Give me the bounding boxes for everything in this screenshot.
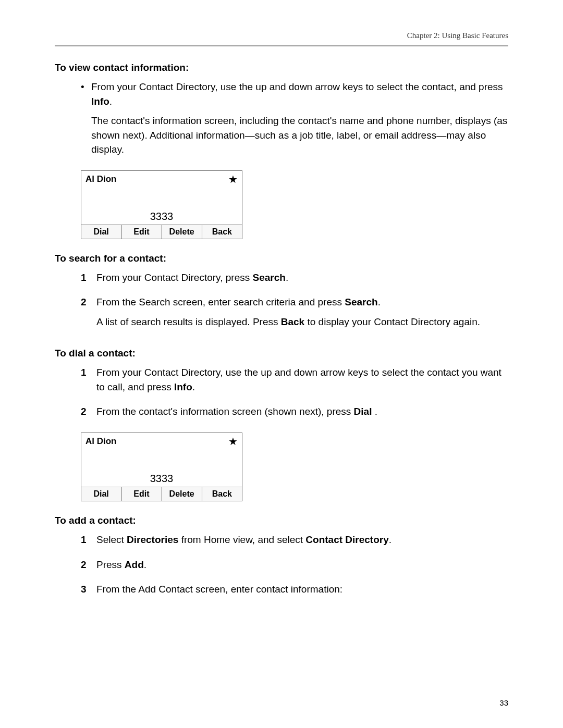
softkey-back[interactable]: Back [202,487,242,501]
text: Press [96,559,125,570]
text: From the Add Contact screen, enter conta… [96,582,508,597]
contact-number: 3333 [81,211,242,225]
softkey-delete[interactable]: Delete [162,225,202,239]
text: to display your Contact Directory again. [304,316,480,327]
page-number: 33 [499,698,508,707]
text: A list of search results is displayed. P… [96,316,281,327]
item-body: Select Directories from Home view, and s… [96,533,508,552]
text: From your Contact Directory, use the up … [96,367,501,392]
bold-info: Info [91,96,109,107]
screen-top: Al Dion ★ [81,433,242,473]
bold-add: Add [125,559,144,570]
item-body: From your Contact Directory, use the up … [96,365,508,399]
text: from Home view, and select [178,534,305,545]
list-item: 2 From the contact's information screen … [81,404,508,424]
screen-top: Al Dion ★ [81,171,242,211]
item-body: From the contact's information screen (s… [96,404,508,424]
contact-name: Al Dion [85,436,117,447]
header-rule [55,45,508,46]
bold-search: Search [345,297,377,307]
star-icon: ★ [228,174,238,184]
text: From the contact's information screen (s… [96,406,354,417]
num-list-search: 1 From your Contact Directory, press Sea… [55,270,508,335]
text: From the Search screen, enter search cri… [96,297,345,307]
text: From your Contact Directory, use the up … [91,81,503,92]
softkey-row: Dial Edit Delete Back [81,487,242,501]
bold-contact-directory: Contact Directory [305,534,388,545]
softkey-dial[interactable]: Dial [81,487,121,501]
text: . [109,96,112,107]
bold-dial: Dial [354,406,372,417]
list-item: 2 From the Search screen, enter search c… [81,295,508,334]
text: . [144,559,146,570]
text: . [192,381,195,392]
star-icon: ★ [228,436,238,447]
text: Select [96,534,127,545]
number-marker: 1 [81,533,96,552]
heading-dial-contact: To dial a contact: [55,348,508,359]
bold-info: Info [174,381,192,392]
text: . [378,297,381,307]
text: . [372,406,377,417]
number-marker: 3 [81,582,96,602]
page-header: Chapter 2: Using Basic Features [55,31,508,40]
item-body: From the Search screen, enter search cri… [96,295,508,334]
softkey-dial[interactable]: Dial [81,225,121,239]
contact-number: 3333 [81,473,242,487]
softkey-edit[interactable]: Edit [121,225,162,239]
contact-info-screen: Al Dion ★ 3333 Dial Edit Delete Back [81,170,242,239]
bold-back: Back [281,316,304,327]
bullet-list-view-contact: • From your Contact Directory, use the u… [55,80,508,162]
text: . [286,272,288,283]
item-body: From your Contact Directory, use the up … [91,80,508,162]
contact-info-screen: Al Dion ★ 3333 Dial Edit Delete Back [81,433,242,501]
heading-add-contact: To add a contact: [55,515,508,526]
paragraph: The contact's information screen, includ… [91,114,508,157]
item-body: From your Contact Directory, press Searc… [96,270,508,290]
number-marker: 2 [81,295,96,334]
softkey-delete[interactable]: Delete [162,487,202,501]
num-list-dial: 1 From your Contact Directory, use the u… [55,365,508,424]
list-item: 2 Press Add. [81,558,508,577]
list-item: 3 From the Add Contact screen, enter con… [81,582,508,602]
softkey-back[interactable]: Back [202,225,242,239]
num-list-add: 1 Select Directories from Home view, and… [55,533,508,602]
softkey-edit[interactable]: Edit [121,487,162,501]
number-marker: 2 [81,404,96,424]
bullet-icon: • [81,80,91,162]
heading-view-contact: To view contact information: [55,62,508,73]
text: . [389,534,391,545]
text: From your Contact Directory, press [96,272,253,283]
item-body: Press Add. [96,558,508,577]
list-item: 1 From your Contact Directory, use the u… [81,365,508,399]
heading-search-contact: To search for a contact: [55,253,508,264]
list-item: • From your Contact Directory, use the u… [81,80,508,162]
contact-name: Al Dion [85,174,117,184]
number-marker: 2 [81,558,96,577]
list-item: 1 From your Contact Directory, press Sea… [81,270,508,290]
bold-search: Search [253,272,286,283]
softkey-row: Dial Edit Delete Back [81,225,242,239]
list-item: 1 Select Directories from Home view, and… [81,533,508,552]
number-marker: 1 [81,365,96,399]
bold-directories: Directories [127,534,178,545]
number-marker: 1 [81,270,96,290]
item-body: From the Add Contact screen, enter conta… [96,582,508,602]
